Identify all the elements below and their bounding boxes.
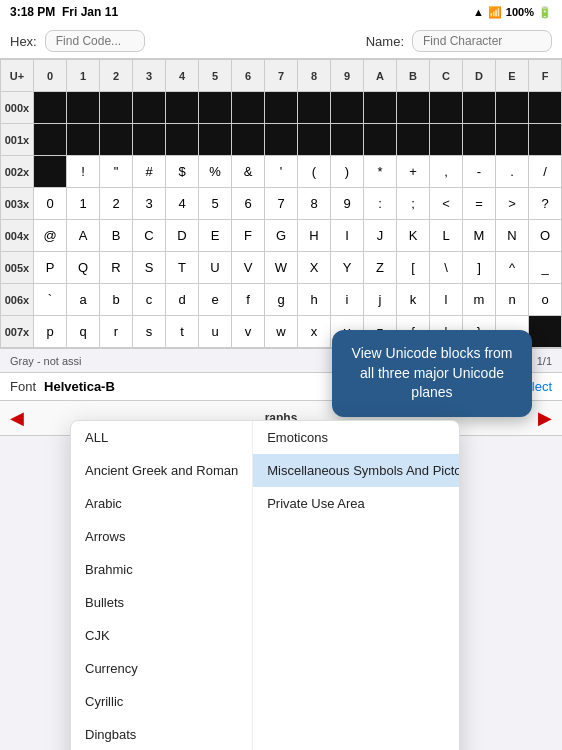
table-cell[interactable]: u (199, 316, 232, 348)
table-cell[interactable] (364, 124, 397, 156)
table-cell[interactable] (364, 92, 397, 124)
table-cell[interactable]: ' (265, 156, 298, 188)
table-cell[interactable]: U (199, 252, 232, 284)
table-cell[interactable] (430, 124, 463, 156)
table-cell[interactable]: ` (34, 284, 67, 316)
list-item[interactable]: Dingbats (71, 718, 252, 750)
table-cell[interactable]: < (430, 188, 463, 220)
table-cell[interactable]: e (199, 284, 232, 316)
list-item[interactable]: Arrows (71, 520, 252, 553)
table-cell[interactable]: K (397, 220, 430, 252)
table-cell[interactable]: T (166, 252, 199, 284)
table-cell[interactable]: " (100, 156, 133, 188)
table-cell[interactable]: Z (364, 252, 397, 284)
table-cell[interactable]: / (529, 156, 562, 188)
table-cell[interactable]: ) (331, 156, 364, 188)
table-cell[interactable] (67, 124, 100, 156)
table-cell[interactable]: o (529, 284, 562, 316)
table-cell[interactable]: G (265, 220, 298, 252)
table-cell[interactable]: V (232, 252, 265, 284)
table-cell[interactable]: 3 (133, 188, 166, 220)
list-item[interactable]: CJK (71, 619, 252, 652)
table-cell[interactable]: ! (67, 156, 100, 188)
table-cell[interactable] (34, 124, 67, 156)
table-cell[interactable]: k (397, 284, 430, 316)
table-cell[interactable]: M (463, 220, 496, 252)
list-item[interactable]: Cyrillic (71, 685, 252, 718)
table-cell[interactable]: $ (166, 156, 199, 188)
list-item[interactable]: Emoticons (253, 421, 460, 454)
table-cell[interactable]: l (430, 284, 463, 316)
table-cell[interactable]: : (364, 188, 397, 220)
table-cell[interactable]: , (430, 156, 463, 188)
table-cell[interactable]: S (133, 252, 166, 284)
table-cell[interactable]: - (463, 156, 496, 188)
table-cell[interactable]: A (67, 220, 100, 252)
name-input[interactable] (412, 30, 552, 52)
table-cell[interactable] (100, 92, 133, 124)
table-cell[interactable]: 8 (298, 188, 331, 220)
table-cell[interactable]: \ (430, 252, 463, 284)
table-cell[interactable]: * (364, 156, 397, 188)
table-cell[interactable]: [ (397, 252, 430, 284)
table-cell[interactable]: h (298, 284, 331, 316)
list-item[interactable]: Arabic (71, 487, 252, 520)
table-cell[interactable]: r (100, 316, 133, 348)
table-cell[interactable]: j (364, 284, 397, 316)
table-cell[interactable] (331, 92, 364, 124)
table-cell[interactable]: I (331, 220, 364, 252)
list-item[interactable]: Brahmic (71, 553, 252, 586)
table-cell[interactable]: c (133, 284, 166, 316)
table-cell[interactable] (133, 92, 166, 124)
table-cell[interactable] (265, 92, 298, 124)
list-item[interactable]: ALL (71, 421, 252, 454)
table-cell[interactable]: = (463, 188, 496, 220)
block-prev-button[interactable]: ◀ (10, 407, 24, 429)
table-cell[interactable]: p (34, 316, 67, 348)
table-cell[interactable]: & (232, 156, 265, 188)
table-cell[interactable] (199, 92, 232, 124)
table-cell[interactable]: J (364, 220, 397, 252)
table-cell[interactable]: O (529, 220, 562, 252)
table-cell[interactable] (34, 156, 67, 188)
list-item[interactable]: Private Use Area (253, 487, 460, 520)
table-cell[interactable]: 2 (100, 188, 133, 220)
table-cell[interactable]: 9 (331, 188, 364, 220)
table-cell[interactable]: f (232, 284, 265, 316)
table-cell[interactable]: 1 (67, 188, 100, 220)
table-cell[interactable]: 6 (232, 188, 265, 220)
table-cell[interactable]: a (67, 284, 100, 316)
table-cell[interactable]: d (166, 284, 199, 316)
table-cell[interactable]: W (265, 252, 298, 284)
table-cell[interactable]: n (496, 284, 529, 316)
table-cell[interactable]: @ (34, 220, 67, 252)
table-cell[interactable] (67, 92, 100, 124)
table-cell[interactable] (463, 92, 496, 124)
table-cell[interactable]: _ (529, 252, 562, 284)
table-cell[interactable] (397, 92, 430, 124)
table-cell[interactable] (232, 92, 265, 124)
table-cell[interactable]: F (232, 220, 265, 252)
table-cell[interactable]: R (100, 252, 133, 284)
table-cell[interactable] (166, 124, 199, 156)
table-cell[interactable] (529, 316, 562, 348)
table-cell[interactable] (298, 124, 331, 156)
table-cell[interactable] (463, 124, 496, 156)
table-cell[interactable]: # (133, 156, 166, 188)
list-item[interactable]: Bullets (71, 586, 252, 619)
table-cell[interactable]: + (397, 156, 430, 188)
table-cell[interactable]: 4 (166, 188, 199, 220)
table-cell[interactable]: s (133, 316, 166, 348)
table-cell[interactable]: v (232, 316, 265, 348)
list-item[interactable]: Currency (71, 652, 252, 685)
table-cell[interactable]: ^ (496, 252, 529, 284)
table-cell[interactable]: Q (67, 252, 100, 284)
table-cell[interactable]: m (463, 284, 496, 316)
table-cell[interactable]: i (331, 284, 364, 316)
table-cell[interactable]: > (496, 188, 529, 220)
table-cell[interactable]: P (34, 252, 67, 284)
table-cell[interactable] (529, 92, 562, 124)
table-cell[interactable] (298, 92, 331, 124)
table-cell[interactable]: H (298, 220, 331, 252)
table-cell[interactable] (397, 124, 430, 156)
